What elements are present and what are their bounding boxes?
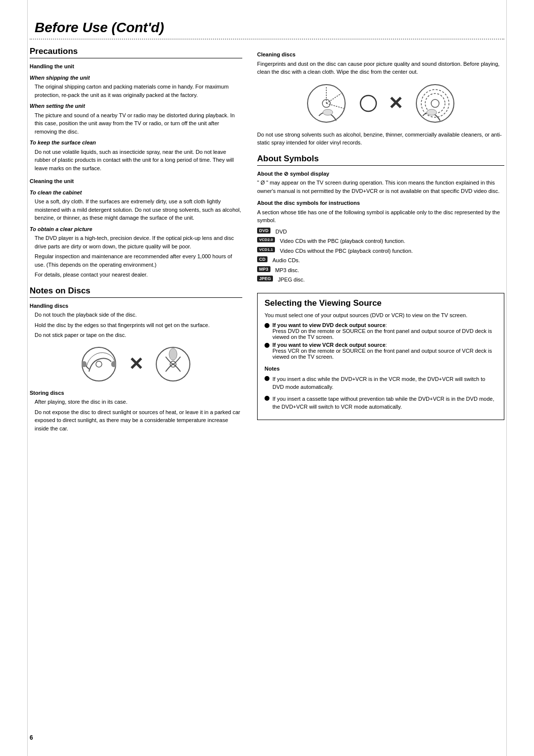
storing-discs-heading: Storing discs [30, 389, 242, 397]
about-symbols-title: About Symbols [257, 154, 504, 166]
incorrect-clean-image [413, 81, 457, 126]
note2-text: If you insert a cassette tape without pr… [272, 395, 497, 411]
setting-text: The picture and sound of a nearby TV or … [35, 111, 242, 136]
handling-unit-heading: Handling the unit [30, 62, 242, 71]
dvd-bullet [265, 323, 269, 328]
vcr-source-desc: Press VCR on the remote or SOURCE on the… [272, 348, 492, 360]
left-margin-line [27, 0, 28, 756]
symbol-row-vcd1: VCD1.1 Video CDs without the PBC (playba… [257, 247, 504, 255]
svg-point-7 [169, 348, 177, 360]
svg-rect-3 [82, 361, 87, 367]
clear-picture-text2: Regular inspection and maintenance are r… [35, 252, 242, 269]
precautions-title: Precautions [30, 47, 242, 58]
surface-heading: To keep the surface clean [30, 139, 242, 147]
vcr-bullet [265, 343, 269, 348]
cleaning-disc-images: ✕ [257, 81, 504, 126]
cd-label: Audio CDs. [272, 256, 504, 265]
svg-point-19 [427, 109, 437, 115]
shipping-text: The original shipping carton and packing… [35, 83, 242, 99]
vcd2-badge: VCD2.0 [257, 237, 275, 242]
disc-symbols-heading: About the disc symbols for instructions [257, 199, 504, 207]
symbol-row-vcd2: VCD2.0 Video CDs with the PBC (playback … [257, 237, 504, 245]
cleaning-discs-text2: Do not use strong solvents such as alcoh… [257, 131, 504, 147]
vcd1-label: Video CDs without the PBC (playback cont… [280, 247, 504, 255]
svg-point-13 [323, 109, 333, 115]
dvd-label: DVD [275, 228, 504, 236]
right-margin-line [506, 0, 507, 756]
svg-point-15 [416, 85, 454, 122]
page-title: Before Use (Cont'd) [35, 20, 504, 36]
correct-clean-image [304, 81, 349, 126]
surface-text: Do not use volatile liquids, such as ins… [35, 148, 242, 173]
notes-section: Notes If you insert a disc while the DVD… [265, 365, 497, 413]
handling-text1: Do not touch the playback side of the di… [35, 311, 242, 319]
disc-symbols-text: A section whose title has one of the fol… [257, 208, 504, 225]
bad-disc-image [153, 344, 193, 384]
setting-heading: When setting the unit [30, 102, 242, 110]
svg-point-14 [360, 95, 376, 111]
storing-text1: After playing, store the disc in its cas… [35, 398, 242, 406]
vcd2-label: Video CDs with the PBC (playback control… [280, 237, 504, 245]
symbol-display-text: " Ø " may appear on the TV screen during… [257, 179, 504, 195]
ok-circle-symbol [358, 94, 378, 113]
selecting-intro: You must select one of your output sourc… [265, 311, 497, 320]
vcr-source-heading: If you want to view VCR deck output sour… [272, 342, 386, 348]
good-disc-image [79, 344, 119, 384]
vcr-source-text: If you want to view VCR deck output sour… [272, 342, 497, 360]
storing-text2: Do not expose the disc to direct sunligh… [35, 408, 242, 433]
disc-handling-images: ✕ [30, 344, 242, 384]
right-column: Cleaning discs Fingerprints and dust on … [257, 47, 504, 434]
symbol-list: DVD DVD VCD2.0 Video CDs with the PBC (p… [257, 228, 504, 284]
clear-picture-text1: The DVD player is a high-tech, precision… [35, 234, 242, 250]
note1-bullet [265, 376, 269, 381]
dvd-badge: DVD [257, 228, 270, 234]
cabinet-text: Use a soft, dry cloth. If the surfaces a… [35, 197, 242, 222]
page-number: 6 [30, 734, 33, 741]
clear-picture-text3: For details, please contact your nearest… [35, 271, 242, 279]
symbol-row-jpeg: JPEG JPEG disc. [257, 276, 504, 284]
vcr-source-colon: : [386, 342, 387, 348]
note2-bullet [265, 396, 269, 401]
handling-text3: Do not stick paper or tape on the disc. [35, 331, 242, 339]
svg-point-1 [96, 361, 102, 367]
x-symbol: ✕ [388, 93, 403, 114]
symbol-row-dvd: DVD DVD [257, 228, 504, 236]
precautions-section: Precautions Handling the unit When shipp… [30, 47, 242, 279]
symbol-display-heading: About the ⊘ symbol display [257, 170, 504, 178]
cabinet-heading: To clean the cabinet [30, 189, 242, 197]
cleaning-discs-section: Cleaning discs Fingerprints and dust on … [257, 50, 504, 147]
mp3-label: MP3 disc. [275, 266, 504, 275]
selecting-section: Selecting the Viewing Source You must se… [257, 293, 504, 420]
note2-item: If you insert a cassette tape without pr… [265, 395, 497, 413]
jpeg-label: JPEG disc. [278, 276, 504, 284]
vcd1-badge: VCD1.1 [257, 247, 275, 252]
cd-badge: CD [257, 256, 267, 262]
svg-point-16 [431, 99, 439, 107]
dvd-source-desc: Press DVD on the remote or SOURCE on the… [272, 328, 492, 340]
jpeg-badge: JPEG [257, 276, 273, 282]
main-content: Precautions Handling the unit When shipp… [30, 47, 504, 434]
dvd-source-item: If you want to view DVD deck output sour… [265, 322, 497, 340]
notes-on-discs-title: Notes on Discs [30, 286, 242, 298]
vcr-source-item: If you want to view VCR deck output sour… [265, 342, 497, 360]
clear-picture-heading: To obtain a clear picture [30, 225, 242, 234]
dotted-divider [30, 39, 504, 40]
handling-text2: Hold the disc by the edges so that finge… [35, 321, 242, 330]
cleaning-discs-text1: Fingerprints and dust on the disc can ca… [257, 60, 504, 76]
about-symbols-section: About Symbols About the ⊘ symbol display… [257, 154, 504, 284]
x-mark: ✕ [129, 354, 143, 375]
dvd-source-colon: : [386, 322, 387, 328]
notes-on-discs-section: Notes on Discs Handling discs Do not tou… [30, 286, 242, 433]
cleaning-unit-heading: Cleaning the unit [30, 177, 242, 186]
mp3-badge: MP3 [257, 266, 270, 272]
notes-heading: Notes [265, 365, 497, 373]
dvd-source-text: If you want to view DVD deck output sour… [272, 322, 497, 340]
shipping-heading: When shipping the unit [30, 74, 242, 82]
note1-item: If you insert a disc while the DVD+VCR i… [265, 375, 497, 393]
left-column: Precautions Handling the unit When shipp… [30, 47, 242, 434]
symbol-row-cd: CD Audio CDs. [257, 256, 504, 265]
note1-text: If you insert a disc while the DVD+VCR i… [272, 375, 497, 391]
symbol-row-mp3: MP3 MP3 disc. [257, 266, 504, 275]
dvd-source-heading: If you want to view DVD deck output sour… [272, 322, 386, 328]
selecting-title: Selecting the Viewing Source [265, 298, 497, 308]
